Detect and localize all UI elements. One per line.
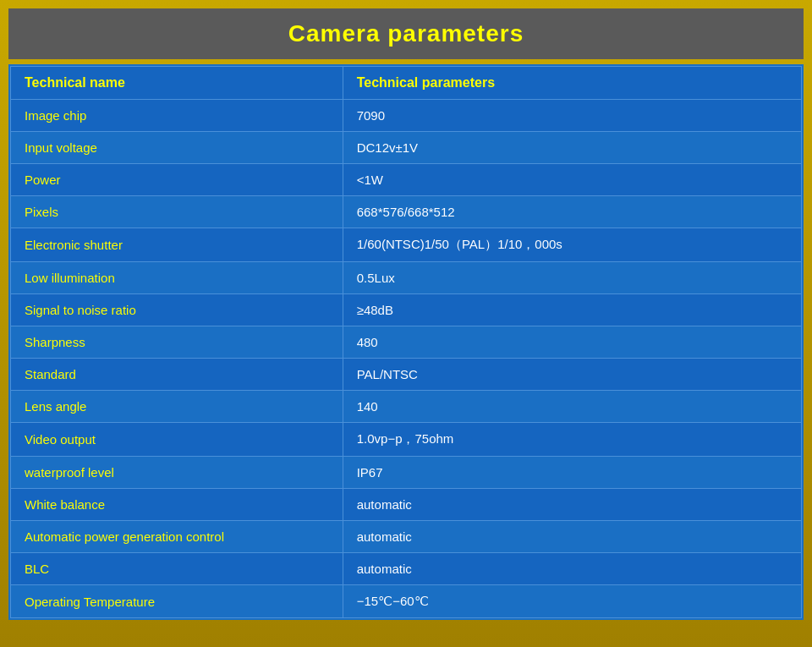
table-row: Power<1W: [11, 164, 802, 196]
row-value: ≥48dB: [343, 294, 801, 326]
table-row: Sharpness480: [11, 326, 802, 359]
header-col2: Technical parameters: [343, 67, 801, 100]
table-row: Input voltageDC12v±1V: [11, 132, 802, 164]
row-label: Sharpness: [11, 326, 343, 359]
page-wrapper: Camera parameters Technical name Technic…: [0, 0, 812, 647]
table-row: Video output1.0vp−p，75ohm: [11, 423, 802, 457]
row-label: Input voltage: [11, 132, 343, 164]
row-value: 480: [343, 326, 801, 359]
row-value: automatic: [343, 521, 801, 553]
row-label: Power: [11, 164, 343, 196]
row-value: 1.0vp−p，75ohm: [343, 423, 801, 457]
table-row: Image chip7090: [11, 100, 802, 132]
table-row: Pixels668*576/668*512: [11, 196, 802, 228]
row-label: Operating Temperature: [11, 585, 343, 618]
row-value: 1/60(NTSC)1/50（PAL）1/10，000s: [343, 228, 801, 262]
row-label: waterproof level: [11, 457, 343, 489]
table-body: Image chip7090Input voltageDC12v±1VPower…: [11, 100, 802, 618]
row-value: <1W: [343, 164, 801, 196]
row-value: automatic: [343, 553, 801, 585]
table-row: Automatic power generation controlautoma…: [11, 521, 802, 553]
row-label: Electronic shutter: [11, 228, 343, 262]
row-label: Automatic power generation control: [11, 521, 343, 553]
row-value: PAL/NTSC: [343, 359, 801, 391]
table-row: White balanceautomatic: [11, 489, 802, 521]
table-row: Operating Temperature−15℃−60℃: [11, 585, 802, 618]
row-label: Signal to noise ratio: [11, 294, 343, 326]
table-header-row: Technical name Technical parameters: [11, 67, 802, 100]
row-label: Pixels: [11, 196, 343, 228]
row-value: automatic: [343, 489, 801, 521]
header-col1: Technical name: [11, 67, 343, 100]
table-row: Low illumination0.5Lux: [11, 262, 802, 294]
row-label: Video output: [11, 423, 343, 457]
row-value: −15℃−60℃: [343, 585, 801, 618]
table-row: Electronic shutter1/60(NTSC)1/50（PAL）1/1…: [11, 228, 802, 262]
row-value: IP67: [343, 457, 801, 489]
row-label: Standard: [11, 359, 343, 391]
row-value: 140: [343, 391, 801, 423]
page-title: Camera parameters: [8, 20, 804, 47]
row-label: Lens angle: [11, 391, 343, 423]
table-row: BLCautomatic: [11, 553, 802, 585]
row-value: 7090: [343, 100, 801, 132]
camera-params-table: Technical name Technical parameters Imag…: [10, 66, 802, 618]
row-label: BLC: [11, 553, 343, 585]
row-value: DC12v±1V: [343, 132, 801, 164]
table-row: Lens angle140: [11, 391, 802, 423]
row-label: Image chip: [11, 100, 343, 132]
table-row: StandardPAL/NTSC: [11, 359, 802, 391]
table-container: Technical name Technical parameters Imag…: [8, 64, 804, 620]
title-bar: Camera parameters: [8, 8, 804, 59]
row-value: 0.5Lux: [343, 262, 801, 294]
table-row: waterproof levelIP67: [11, 457, 802, 489]
row-value: 668*576/668*512: [343, 196, 801, 228]
table-row: Signal to noise ratio≥48dB: [11, 294, 802, 326]
row-label: Low illumination: [11, 262, 343, 294]
row-label: White balance: [11, 489, 343, 521]
